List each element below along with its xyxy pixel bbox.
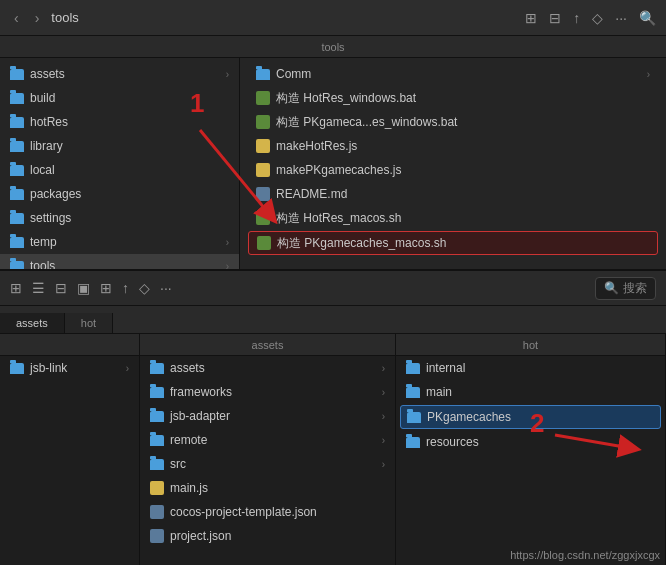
list-item[interactable]: makeHotRes.js <box>240 134 666 158</box>
sh-file-icon <box>256 91 270 105</box>
sidebar-item-packages[interactable]: packages <box>0 182 239 206</box>
chevron-icon: › <box>647 69 650 80</box>
list-item[interactable]: README.md <box>240 182 666 206</box>
bottom-tabs: assets hot <box>0 306 666 334</box>
chevron-icon: › <box>382 411 385 422</box>
preview-icon[interactable]: ▣ <box>77 280 90 296</box>
list-item[interactable]: main.js <box>140 476 395 500</box>
sidebar-item-settings[interactable]: settings <box>0 206 239 230</box>
list-item[interactable]: src › <box>140 452 395 476</box>
sidebar-item-temp[interactable]: temp › <box>0 230 239 254</box>
chevron-icon: › <box>382 363 385 374</box>
watermark: https://blog.csdn.net/zggxjxcgx <box>510 549 660 561</box>
list-item[interactable]: internal <box>396 356 665 380</box>
chevron-icon: › <box>126 363 129 374</box>
list-item[interactable]: project.json <box>140 524 395 548</box>
bottom-col-1: jsb-link › <box>0 334 140 565</box>
chevron-icon: › <box>382 435 385 446</box>
folder-icon <box>10 117 24 128</box>
upload-icon[interactable]: ↑ <box>573 10 580 26</box>
list-item[interactable]: cocos-project-template.json <box>140 500 395 524</box>
js-file-icon <box>256 139 270 153</box>
tag2-icon[interactable]: ◇ <box>139 280 150 296</box>
back-button[interactable]: ‹ <box>10 8 23 28</box>
folder-icon <box>10 189 24 200</box>
sidebar-item-library[interactable]: library <box>0 134 239 158</box>
json-file-icon <box>150 529 164 543</box>
search-box[interactable]: 🔍 搜索 <box>595 277 656 300</box>
list-item[interactable]: assets › <box>140 356 395 380</box>
toolbar-icons: ⊞ ⊟ ↑ ◇ ··· 🔍 <box>525 10 656 26</box>
folder-icon <box>256 69 270 80</box>
list-item[interactable]: 构造 PKgameca...es_windows.bat <box>240 110 666 134</box>
middle-toolbar: ⊞ ☰ ⊟ ▣ ⊞ ↑ ◇ ··· 🔍 搜索 <box>0 270 666 306</box>
folder-icon <box>10 141 24 152</box>
js-file-icon <box>256 163 270 177</box>
tab-hot[interactable]: hot <box>65 313 113 333</box>
search-icon[interactable]: 🔍 <box>639 10 656 26</box>
list-view-icon[interactable]: ☰ <box>32 280 45 296</box>
grid-view-icon[interactable]: ⊞ <box>10 280 22 296</box>
sh-file-icon <box>257 236 271 250</box>
list-item[interactable]: frameworks › <box>140 380 395 404</box>
folder-icon <box>10 165 24 176</box>
folder-icon <box>406 387 420 398</box>
list-item[interactable]: Comm › <box>240 62 666 86</box>
folder-icon <box>10 363 24 374</box>
list-item[interactable]: resources <box>396 430 665 454</box>
sidebar-item-local[interactable]: local <box>0 158 239 182</box>
sidebar-item-build[interactable]: build <box>0 86 239 110</box>
folder-icon <box>10 69 24 80</box>
top-toolbar: ‹ › tools ⊞ ⊟ ↑ ◇ ··· 🔍 <box>0 0 666 36</box>
tab-assets[interactable]: assets <box>0 313 65 333</box>
bottom-col-3: hot internal main PKgamecaches resources <box>396 334 666 565</box>
more-icon[interactable]: ··· <box>615 10 627 26</box>
share-icon[interactable]: ↑ <box>122 280 129 296</box>
folder-icon <box>10 213 24 224</box>
sidebar-item-assets[interactable]: assets › <box>0 62 239 86</box>
folder-icon <box>150 363 164 374</box>
list-item-highlighted[interactable]: 构造 PKgamecaches_macos.sh <box>248 231 658 255</box>
folder-icon <box>150 387 164 398</box>
forward-button[interactable]: › <box>31 8 44 28</box>
grid-icon[interactable]: ⊞ <box>525 10 537 26</box>
tag-icon[interactable]: ◇ <box>592 10 603 26</box>
list-item[interactable]: main <box>396 380 665 404</box>
folder-icon <box>150 459 164 470</box>
bottom-col-2: assets assets › frameworks › jsb-adapter… <box>140 334 396 565</box>
folder-icon <box>407 412 421 423</box>
json-file-icon <box>150 505 164 519</box>
folder-icon <box>150 435 164 446</box>
folder-icon <box>406 437 420 448</box>
list-item[interactable]: 构造 HotRes_macos.sh <box>240 206 666 230</box>
list-item-pkgamecaches[interactable]: PKgamecaches <box>400 405 661 429</box>
list-item[interactable]: jsb-link › <box>0 356 139 380</box>
list-item[interactable]: 构造 HotRes_windows.bat <box>240 86 666 110</box>
list-item[interactable]: makePKgamecaches.js <box>240 158 666 182</box>
folder-icon <box>150 411 164 422</box>
apps-icon[interactable]: ⊞ <box>100 280 112 296</box>
list-item[interactable]: jsb-adapter › <box>140 404 395 428</box>
col3-header: hot <box>396 334 665 356</box>
top-panel-header: tools <box>0 36 666 58</box>
col1-header <box>0 334 139 356</box>
more2-icon[interactable]: ··· <box>160 280 172 296</box>
top-content: assets › build hotRes library local p <box>0 58 666 269</box>
chevron-icon: › <box>382 387 385 398</box>
grid2-icon[interactable]: ⊟ <box>549 10 561 26</box>
column-view-icon[interactable]: ⊟ <box>55 280 67 296</box>
md-file-icon <box>256 187 270 201</box>
folder-icon <box>406 363 420 374</box>
chevron-icon: › <box>226 261 229 270</box>
sh-file-icon <box>256 211 270 225</box>
chevron-icon: › <box>382 459 385 470</box>
file-list: Comm › 构造 HotRes_windows.bat 构造 PKgameca… <box>240 58 666 269</box>
bottom-panel: assets hot jsb-link › assets assets › <box>0 306 666 565</box>
search-icon: 🔍 <box>604 281 619 295</box>
sidebar-item-hotres[interactable]: hotRes <box>0 110 239 134</box>
top-panel: ‹ › tools ⊞ ⊟ ↑ ◇ ··· 🔍 tools assets › b… <box>0 0 666 270</box>
chevron-icon: › <box>226 69 229 80</box>
list-item[interactable]: remote › <box>140 428 395 452</box>
sidebar-item-tools[interactable]: tools › <box>0 254 239 269</box>
left-sidebar: assets › build hotRes library local p <box>0 58 240 269</box>
